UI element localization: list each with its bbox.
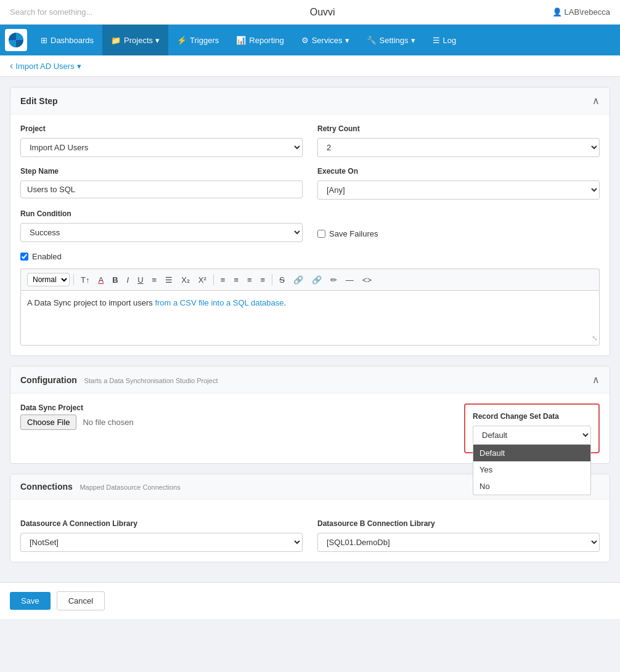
toolbar-align-center-btn[interactable]: ≡ [230, 274, 242, 286]
datasource-a-select[interactable]: [NotSet] [20, 533, 303, 552]
run-condition-select[interactable]: Success Failure Always [20, 223, 303, 242]
style-select[interactable]: Normal [27, 273, 70, 286]
top-bar: Search for something... Ouvvi LAB\rebecc… [0, 0, 620, 25]
project-select[interactable]: Import AD Users [20, 138, 303, 157]
breadcrumb-back[interactable]: Import AD Users ▾ [10, 60, 81, 71]
toolbar-bold-btn[interactable]: B [109, 274, 121, 286]
configuration-card: Configuration Starts a Data Synchronisat… [10, 366, 610, 464]
cancel-button[interactable]: Cancel [57, 591, 105, 610]
action-bar: Save Cancel [0, 582, 620, 619]
record-change-dropdown-wrapper: Default Default Yes No [473, 426, 591, 445]
save-failures-group: Save Failures [317, 209, 600, 242]
record-change-label: Record Change Set Data [473, 412, 591, 421]
choose-file-btn[interactable]: Choose File [20, 415, 76, 430]
toolbar-divider-2 [213, 274, 214, 285]
toolbar-divider-3 [272, 274, 272, 285]
edit-step-collapse-btn[interactable]: ∧ [592, 95, 600, 107]
save-failures-checkbox[interactable] [317, 230, 325, 238]
toolbar-hr-btn[interactable]: — [343, 274, 357, 286]
toolbar-unlink-btn[interactable]: 🔗 [309, 274, 325, 286]
services-dropdown-icon: ▾ [345, 36, 349, 45]
configuration-body: Data Sync Project Choose File No file ch… [10, 394, 610, 463]
user-info: LAB\rebecca [552, 7, 610, 17]
resize-handle[interactable]: ⤡ [592, 333, 598, 344]
nav-triggers[interactable]: ⚡ Triggers [168, 25, 227, 55]
datasource-b-select[interactable]: [SQL01.DemoDb] [317, 533, 600, 552]
record-change-set-section: Record Change Set Data Default Default Y… [464, 403, 600, 453]
editor-text: A Data Sync project to import users from… [27, 298, 286, 307]
dashboards-icon: ⊞ [41, 36, 47, 45]
toolbar-divider-1 [73, 274, 74, 285]
toolbar-italic-btn[interactable]: I [124, 274, 133, 286]
breadcrumb-dropdown-icon[interactable]: ▾ [77, 62, 81, 71]
edit-step-card: Edit Step ∧ Project Import AD Users Retr… [10, 87, 610, 356]
toolbar-underline-btn[interactable]: U [134, 274, 146, 286]
datasource-b-label: Datasource B Connection Library [317, 519, 600, 528]
enabled-checkbox[interactable] [20, 253, 28, 261]
toolbar-ol-btn[interactable]: ≡ [149, 274, 160, 286]
form-row-3: Run Condition Success Failure Always Sav… [20, 209, 600, 242]
configuration-header: Configuration Starts a Data Synchronisat… [10, 366, 610, 394]
execute-on-select[interactable]: [Any] [317, 180, 600, 200]
edit-step-header: Edit Step ∧ [10, 87, 610, 115]
enabled-check: Enabled [20, 252, 600, 261]
connections-title-wrap: Connections Mapped Datasource Connection… [20, 482, 181, 492]
save-failures-check: Save Failures [317, 229, 600, 238]
nav-services[interactable]: ⚙ Services ▾ [293, 25, 358, 55]
data-sync-project-label: Data Sync Project [20, 403, 454, 412]
triggers-icon: ⚡ [177, 36, 187, 45]
retry-count-select[interactable]: 2 [317, 138, 600, 157]
breadcrumb-label: Import AD Users [15, 62, 74, 71]
toolbar-font-size-btn[interactable]: T↑ [78, 274, 92, 286]
nav-projects[interactable]: 📁 Projects ▾ [102, 25, 168, 55]
toolbar-strikethrough-btn[interactable]: S [276, 274, 288, 286]
project-group: Project Import AD Users [20, 124, 303, 157]
save-button[interactable]: Save [10, 592, 51, 610]
toolbar-font-color-btn[interactable]: A [95, 274, 107, 286]
record-change-dropdown-list: Default Yes No [473, 445, 591, 495]
dropdown-option-default[interactable]: Default [473, 445, 590, 461]
nav-dashboards[interactable]: ⊞ Dashboards [32, 25, 102, 55]
toolbar-ul-btn[interactable]: ☰ [162, 274, 176, 286]
enabled-label: Enabled [32, 252, 62, 261]
log-icon: ☰ [433, 36, 440, 45]
record-change-select[interactable]: Default [473, 426, 591, 445]
save-failures-label: Save Failures [329, 229, 378, 238]
toolbar-link-btn[interactable]: 🔗 [290, 274, 306, 286]
toolbar-align-left-btn[interactable]: ≡ [218, 274, 229, 286]
nav-log[interactable]: ☰ Log [424, 25, 465, 55]
projects-icon: 📁 [111, 36, 121, 45]
toolbar-align-right-btn[interactable]: ≡ [244, 274, 255, 286]
step-name-input[interactable] [20, 180, 303, 198]
toolbar-sup-btn[interactable]: X² [195, 274, 210, 286]
page-content: Edit Step ∧ Project Import AD Users Retr… [0, 77, 620, 582]
config-title-text: Configuration [20, 375, 77, 385]
toolbar-sub-btn[interactable]: X₂ [178, 274, 193, 286]
project-label: Project [20, 124, 303, 133]
editor-link[interactable]: from a CSV file into a SQL database [155, 298, 283, 307]
config-two-col: Data Sync Project Choose File No file ch… [20, 403, 600, 453]
record-change-container: Record Change Set Data Default Default Y… [464, 403, 600, 453]
app-title: Ouvvi [310, 7, 335, 18]
dropdown-option-no[interactable]: No [473, 478, 590, 495]
search-placeholder[interactable]: Search for something... [10, 7, 92, 17]
connections-title-text: Connections [20, 482, 73, 492]
form-row-2: Step Name Execute On [Any] [20, 167, 600, 200]
datasource-b-group: Datasource B Connection Library [SQL01.D… [317, 519, 600, 552]
dropdown-option-yes[interactable]: Yes [473, 461, 590, 478]
step-name-label: Step Name [20, 167, 303, 176]
nav-reporting[interactable]: 📊 Reporting [227, 25, 292, 55]
connections-subtitle: Mapped Datasource Connections [80, 484, 180, 491]
step-name-group: Step Name [20, 167, 303, 200]
form-row-1: Project Import AD Users Retry Count 2 [20, 124, 600, 157]
toolbar-highlight-btn[interactable]: ✏ [327, 274, 340, 286]
configuration-title: Configuration Starts a Data Synchronisat… [20, 375, 218, 385]
configuration-collapse-btn[interactable]: ∧ [592, 374, 600, 386]
nav-settings[interactable]: 🔧 Settings ▾ [358, 25, 424, 55]
toolbar-align-justify-btn[interactable]: ≡ [258, 274, 269, 286]
projects-dropdown-icon: ▾ [155, 36, 160, 45]
toolbar-source-btn[interactable]: <> [359, 274, 375, 286]
app-logo[interactable] [5, 29, 27, 51]
settings-dropdown-icon: ▾ [411, 36, 415, 45]
editor-area[interactable]: A Data Sync project to import users from… [20, 290, 600, 346]
